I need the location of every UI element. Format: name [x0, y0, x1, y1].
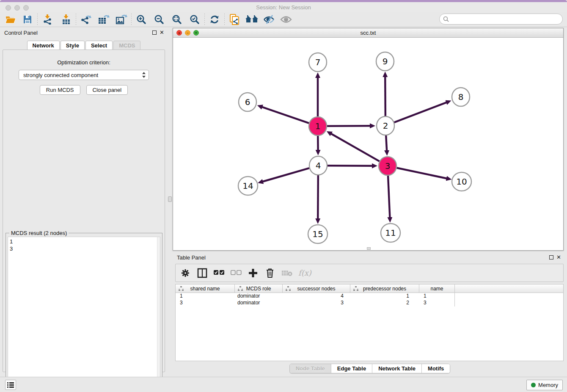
network-canvas[interactable]: 7968124314101511: [173, 38, 563, 250]
table-panel-title: Table Panel: [177, 254, 206, 261]
tab-network-table[interactable]: Network Table: [372, 364, 422, 373]
cell-name[interactable]: 1: [419, 293, 455, 300]
graph-edge-3-1[interactable]: [331, 134, 380, 161]
column-header-predecessor-nodes[interactable]: predecessor nodes: [350, 284, 419, 293]
cell-successor-nodes[interactable]: 3: [283, 300, 350, 306]
list-icon: [7, 382, 14, 388]
graph-edge-1-6[interactable]: [262, 107, 309, 123]
window-title: Session: New Session: [0, 4, 567, 11]
search-icon: [443, 16, 449, 22]
mcds-result-text[interactable]: 1 3: [8, 237, 160, 392]
float-panel-icon[interactable]: [549, 255, 553, 259]
search-input[interactable]: [451, 15, 562, 23]
graph-edge-4-15[interactable]: [318, 175, 318, 219]
import-network-icon[interactable]: [40, 13, 55, 26]
toolbar-search[interactable]: [439, 14, 563, 25]
clone-network-icon[interactable]: [227, 13, 242, 26]
refresh-layout-icon[interactable]: [207, 13, 222, 26]
mcds-result-box: MCDS result (2 nodes) 1 3: [6, 233, 162, 392]
cell-predecessor-nodes[interactable]: 2: [350, 300, 419, 306]
main-toolbar: [0, 12, 567, 27]
cell-mcds-role[interactable]: dominator: [235, 293, 283, 300]
graph-edge-4-14[interactable]: [263, 168, 309, 182]
save-session-icon[interactable]: [20, 13, 35, 26]
add-column-icon[interactable]: [248, 267, 259, 279]
optimization-criterion-label: Optimization criterion:: [3, 59, 165, 66]
close-panel-button[interactable]: Close panel: [86, 85, 128, 95]
mcds-result-title: MCDS result (2 nodes): [9, 230, 69, 236]
float-panel-icon[interactable]: [152, 30, 157, 35]
table-row[interactable]: 3 dominator 3 2 3: [176, 300, 563, 306]
graph-edge-4-3[interactable]: [328, 166, 372, 166]
node-table[interactable]: shared name MCDS role successor nodes pr…: [175, 284, 564, 361]
table-settings-icon[interactable]: [180, 267, 191, 279]
zoom-fit-icon[interactable]: [170, 13, 184, 26]
apply-function-icon: f(x): [298, 268, 311, 277]
delete-column-icon[interactable]: [264, 267, 275, 279]
export-network-icon[interactable]: [79, 13, 93, 26]
cell-name[interactable]: 3: [419, 300, 455, 306]
graph-node-label: 10: [456, 177, 467, 187]
column-header-successor-nodes[interactable]: successor nodes: [283, 284, 350, 293]
column-visibility-icon[interactable]: [197, 267, 208, 279]
graph[interactable]: 7968124314101511: [173, 38, 563, 250]
cell-mcds-role[interactable]: dominator: [235, 300, 283, 306]
control-panel-title: Control Panel: [4, 30, 38, 36]
import-table-icon[interactable]: [59, 13, 73, 26]
toolbar-separator: [204, 14, 205, 25]
run-mcds-button[interactable]: Run MCDS: [40, 85, 80, 95]
close-panel-icon[interactable]: ✕: [556, 254, 561, 260]
tab-select[interactable]: Select: [85, 41, 113, 50]
first-neighbors-icon[interactable]: [245, 13, 259, 26]
toolbar-separator: [76, 14, 76, 25]
tab-edge-table[interactable]: Edge Table: [331, 364, 372, 373]
network-resize-handle[interactable]: [367, 247, 371, 250]
graph-node-label: 8: [458, 92, 464, 102]
export-table-icon[interactable]: [96, 13, 111, 26]
hide-selected-icon[interactable]: [262, 13, 276, 26]
graph-edge-2-9[interactable]: [385, 77, 385, 116]
graph-node-label: 15: [312, 229, 323, 239]
result-scrollbar[interactable]: [157, 237, 160, 391]
table-header-row: shared name MCDS role successor nodes pr…: [176, 284, 563, 293]
tab-node-table[interactable]: Node Table: [290, 364, 331, 373]
select-all-checkboxes-icon[interactable]: [214, 267, 225, 279]
tab-mcds[interactable]: MCDS: [113, 41, 140, 50]
cell-shared-name[interactable]: 3: [176, 300, 235, 306]
tab-style[interactable]: Style: [61, 41, 85, 50]
network-window-titlebar[interactable]: x − + scc.txt: [173, 28, 563, 38]
open-session-icon[interactable]: [3, 13, 18, 26]
deselect-all-checkboxes-icon[interactable]: [231, 267, 242, 279]
table-panel-header: Table Panel ✕: [173, 252, 567, 263]
graph-edge-3-11[interactable]: [388, 175, 390, 218]
cell-predecessor-nodes[interactable]: 1: [350, 293, 419, 300]
zoom-out-icon[interactable]: [152, 13, 166, 26]
graph-node-label: 14: [242, 181, 253, 191]
graph-edge-2-3[interactable]: [386, 135, 387, 151]
cell-successor-nodes[interactable]: 4: [283, 293, 350, 300]
tab-network[interactable]: Network: [27, 41, 60, 50]
cell-shared-name[interactable]: 1: [176, 293, 235, 300]
titlebar[interactable]: Session: New Session: [0, 2, 567, 12]
table-row[interactable]: 1 dominator 4 1 1: [176, 293, 563, 300]
close-panel-icon[interactable]: ✕: [160, 29, 164, 36]
graph-edge-3-10[interactable]: [397, 168, 447, 179]
task-history-button[interactable]: [5, 380, 16, 390]
graph-edge-1-2[interactable]: [327, 126, 370, 126]
column-header-name[interactable]: name: [419, 284, 455, 293]
network-view-window: x − + scc.txt 7968124314101511: [173, 28, 564, 251]
graph-node-label: 2: [383, 121, 388, 131]
optimization-criterion-select[interactable]: strongly connected component: [19, 70, 149, 80]
zoom-selected-icon[interactable]: [187, 13, 202, 26]
column-label: MCDS role: [246, 286, 271, 292]
graph-edge-2-8[interactable]: [394, 102, 447, 122]
tab-motifs[interactable]: Motifs: [422, 364, 450, 373]
panel-splitter-handle[interactable]: [168, 196, 172, 202]
zoom-in-icon[interactable]: [134, 13, 149, 26]
column-header-shared-name[interactable]: shared name: [176, 284, 235, 293]
memory-button[interactable]: Memory: [526, 380, 563, 390]
graph-node-label: 11: [385, 228, 396, 238]
graph-node-label: 6: [245, 97, 250, 107]
column-header-mcds-role[interactable]: MCDS role: [235, 284, 283, 293]
export-image-icon[interactable]: [114, 13, 129, 26]
